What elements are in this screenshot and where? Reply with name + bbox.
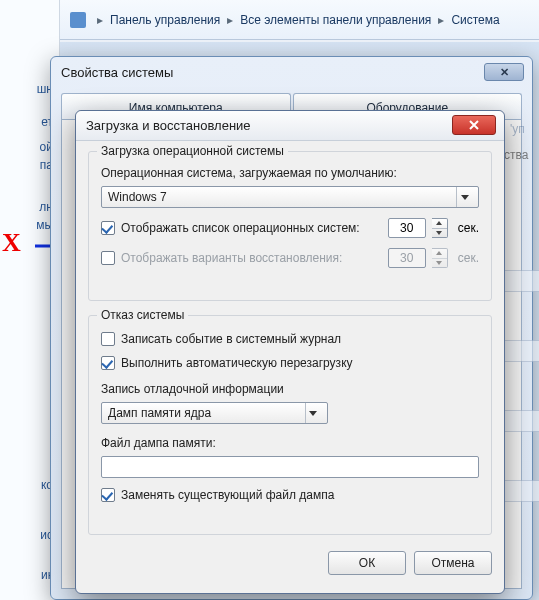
checkbox-log-event[interactable] bbox=[101, 332, 115, 346]
startup-recovery-dialog: Загрузка и восстановление Загрузка опера… bbox=[75, 110, 505, 594]
checkbox-auto-reboot[interactable] bbox=[101, 356, 115, 370]
chevron-down-icon bbox=[305, 403, 321, 423]
breadcrumb-seg[interactable]: Система bbox=[451, 13, 499, 27]
group-system-failure: Отказ системы Записать событие в системн… bbox=[88, 315, 492, 535]
row-overwrite: Заменять существующий файл дампа bbox=[101, 488, 479, 502]
breadcrumb-seg[interactable]: Панель управления bbox=[110, 13, 220, 27]
dump-file-label: Файл дампа памяти: bbox=[101, 436, 479, 450]
checkbox-show-os-list-label: Отображать список операционных систем: bbox=[121, 221, 360, 235]
startup-recovery-titlebar[interactable]: Загрузка и восстановление bbox=[76, 111, 504, 141]
group-legend: Загрузка операционной системы bbox=[97, 144, 288, 158]
button-label: Отмена bbox=[431, 556, 474, 570]
row-show-os-list: Отображать список операционных систем: 3… bbox=[101, 218, 479, 238]
checkbox-overwrite-dump[interactable] bbox=[101, 488, 115, 502]
startup-recovery-close-button[interactable] bbox=[452, 115, 496, 135]
recovery-seconds-spinner bbox=[432, 248, 448, 268]
checkbox-overwrite-dump-label: Заменять существующий файл дампа bbox=[121, 488, 334, 502]
group-system-startup: Загрузка операционной системы Операционн… bbox=[88, 151, 492, 301]
system-properties-close-button[interactable]: ✕ bbox=[484, 63, 524, 81]
ghost-tab-fragment: 'уп bbox=[510, 122, 525, 136]
dialog-button-bar: ОК Отмена bbox=[76, 551, 504, 583]
close-icon: ✕ bbox=[500, 66, 509, 79]
chevron-down-icon bbox=[456, 187, 472, 207]
seconds-unit: сек. bbox=[458, 221, 479, 235]
annotation-x-mark: X bbox=[2, 228, 21, 258]
os-list-seconds-input[interactable]: 30 bbox=[388, 218, 426, 238]
breadcrumb-seg[interactable]: Все элементы панели управления bbox=[240, 13, 431, 27]
row-log-event: Записать событие в системный журнал bbox=[101, 332, 479, 346]
recovery-seconds-input: 30 bbox=[388, 248, 426, 268]
breadcrumb-bar: ▸ Панель управления ▸ Все элементы панел… bbox=[60, 0, 539, 40]
checkbox-auto-reboot-label: Выполнить автоматическую перезагрузку bbox=[121, 356, 353, 370]
button-label: ОК bbox=[359, 556, 375, 570]
checkbox-show-recovery[interactable] bbox=[101, 251, 115, 265]
row-show-recovery: Отображать варианты восстановления: 30 с… bbox=[101, 248, 479, 268]
checkbox-log-event-label: Записать событие в системный журнал bbox=[121, 332, 341, 346]
ok-button[interactable]: ОК bbox=[328, 551, 406, 575]
default-os-label: Операционная система, загружаемая по умо… bbox=[101, 166, 479, 180]
computer-icon bbox=[70, 12, 86, 28]
breadcrumb-sep: ▸ bbox=[435, 13, 447, 27]
dump-type-combo[interactable]: Дамп памяти ядра bbox=[101, 402, 328, 424]
group-legend: Отказ системы bbox=[97, 308, 188, 322]
breadcrumb-sep: ▸ bbox=[224, 13, 236, 27]
row-auto-reboot: Выполнить автоматическую перезагрузку bbox=[101, 356, 479, 370]
checkbox-show-recovery-label: Отображать варианты восстановления: bbox=[121, 251, 342, 265]
startup-recovery-title: Загрузка и восстановление bbox=[86, 118, 251, 133]
ghost-label-fragment: ства bbox=[504, 148, 528, 162]
cancel-button[interactable]: Отмена bbox=[414, 551, 492, 575]
close-icon bbox=[468, 119, 480, 131]
seconds-unit: сек. bbox=[458, 251, 479, 265]
os-list-seconds-spinner[interactable] bbox=[432, 218, 448, 238]
system-properties-title: Свойства системы bbox=[61, 65, 173, 80]
system-properties-titlebar[interactable]: Свойства системы bbox=[51, 57, 532, 87]
default-os-combo[interactable]: Windows 7 bbox=[101, 186, 479, 208]
dump-type-value: Дамп памяти ядра bbox=[108, 406, 305, 420]
default-os-value: Windows 7 bbox=[108, 190, 456, 204]
checkbox-show-os-list[interactable] bbox=[101, 221, 115, 235]
dump-type-label: Запись отладочной информации bbox=[101, 382, 479, 396]
dump-file-input[interactable] bbox=[101, 456, 479, 478]
breadcrumb-sep: ▸ bbox=[94, 13, 106, 27]
